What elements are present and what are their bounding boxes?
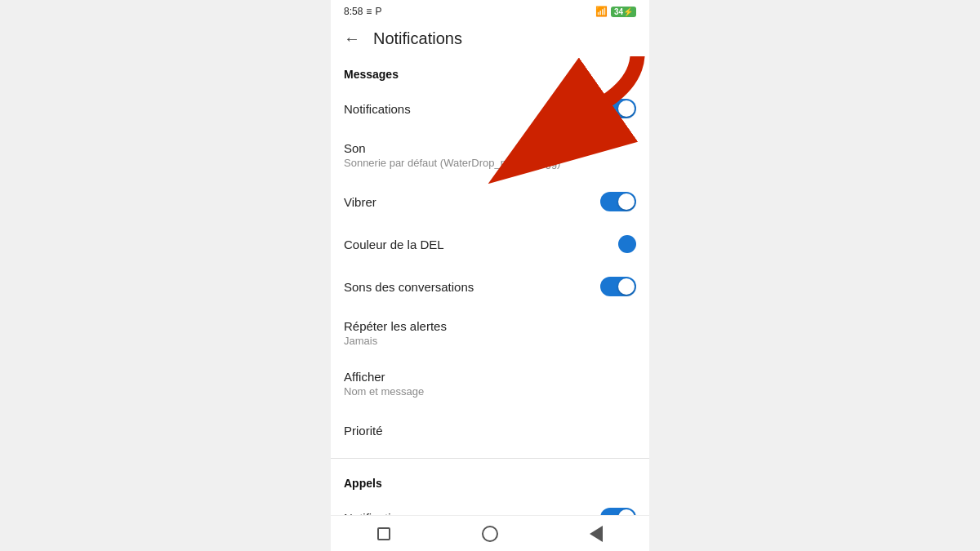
status-time: 8:58 <box>344 6 363 17</box>
status-bar: 8:58 ≡ P 📶 34 ⚡ <box>331 0 649 23</box>
repeter-label: Répéter les alertes <box>344 319 447 333</box>
triangle-icon <box>590 526 603 542</box>
top-bar: ← Notifications <box>331 23 649 56</box>
nav-recent-apps[interactable] <box>372 522 395 545</box>
son-sub: Sonnerie par défaut (WaterDrop_preview.o… <box>344 157 560 169</box>
afficher-sub: Nom et message <box>344 385 424 398</box>
notifications-toggle[interactable] <box>600 99 636 118</box>
nav-home[interactable] <box>479 522 501 545</box>
section-header-appels: Appels <box>331 465 649 496</box>
bottom-nav <box>331 515 649 551</box>
toggle-knob-sons-conv <box>618 278 635 295</box>
setting-row-appels-notifications[interactable]: Notifications <box>331 496 649 515</box>
sons-conv-label: Sons des conversations <box>344 280 474 294</box>
repeter-sub: Jamais <box>344 335 447 347</box>
scroll-content: Messages Notifications <box>331 56 649 515</box>
toggle-knob <box>618 100 635 117</box>
toggle-knob-appels-notif <box>618 509 635 515</box>
setting-row-priorite[interactable]: Priorité <box>331 409 649 451</box>
back-button[interactable]: ← <box>344 29 360 48</box>
status-indicator: ≡ <box>366 6 372 17</box>
toggle-knob-vibrer <box>618 193 635 210</box>
battery-indicator: 34 ⚡ <box>611 7 636 17</box>
section-header-messages: Messages <box>331 56 649 87</box>
sons-conv-toggle[interactable] <box>600 277 636 296</box>
setting-row-notifications[interactable]: Notifications <box>331 87 649 130</box>
priorite-label: Priorité <box>344 424 383 438</box>
section-divider <box>331 458 649 459</box>
setting-row-vibrer[interactable]: Vibrer <box>331 180 649 223</box>
setting-row-son[interactable]: Son Sonnerie par défaut (WaterDrop_previ… <box>331 130 649 180</box>
phone-screen: 8:58 ≡ P 📶 34 ⚡ ← Notifications Messages… <box>331 0 649 551</box>
son-label: Son <box>344 141 560 155</box>
status-left: 8:58 ≡ P <box>344 6 381 17</box>
setting-row-sons-conv[interactable]: Sons des conversations <box>331 265 649 308</box>
del-label: Couleur de la DEL <box>344 238 444 251</box>
setting-row-afficher[interactable]: Afficher Nom et message <box>331 358 649 409</box>
signal-icon: 📶 <box>595 6 608 17</box>
notifications-label: Notifications <box>344 102 411 116</box>
status-right: 📶 34 ⚡ <box>595 6 636 17</box>
setting-row-del[interactable]: Couleur de la DEL <box>331 223 649 265</box>
appels-notifications-toggle[interactable] <box>600 508 636 515</box>
status-p: P <box>375 6 381 17</box>
del-color[interactable] <box>618 235 636 253</box>
vibrer-toggle[interactable] <box>600 192 636 211</box>
charging-icon: ⚡ <box>623 7 633 16</box>
afficher-label: Afficher <box>344 370 424 384</box>
vibrer-label: Vibrer <box>344 195 376 209</box>
circle-icon <box>482 526 498 542</box>
page-title: Notifications <box>373 29 462 48</box>
nav-back[interactable] <box>585 522 608 545</box>
square-icon <box>377 527 390 540</box>
setting-row-repeter[interactable]: Répéter les alertes Jamais <box>331 308 649 358</box>
